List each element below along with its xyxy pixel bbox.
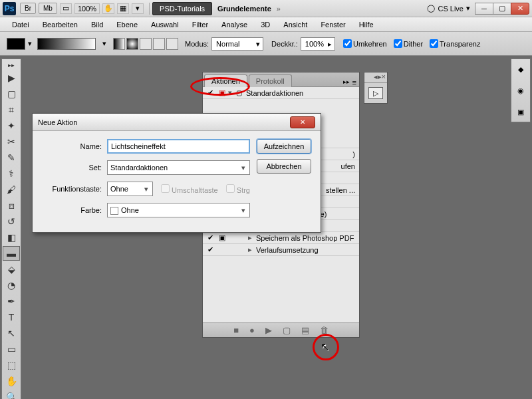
blur-tool[interactable]: ⬙ (3, 262, 20, 277)
trash-icon[interactable]: 🗑 (320, 325, 329, 335)
zoom-dropdown[interactable]: 100% (74, 3, 100, 14)
menu-ebene[interactable]: Ebene (110, 19, 144, 31)
color-label: Farbe: (42, 206, 107, 214)
linear-gradient-icon[interactable] (113, 38, 125, 50)
screen-mode-icon[interactable]: ▭ (60, 3, 72, 14)
close-button[interactable]: ✕ (511, 3, 529, 15)
action-folder-row[interactable]: ✔▣ ▾ ▢ Standardaktionen (203, 87, 359, 99)
panel-menu-icon[interactable]: ≡ (352, 78, 356, 86)
action-row[interactable]: ✔▸ Verlaufsumsetzung (203, 244, 359, 256)
menu-hilfe[interactable]: Hilfe (352, 19, 380, 31)
menu-filter[interactable]: Filter (186, 19, 215, 31)
deckkr-input[interactable]: 100%▸ (301, 37, 335, 51)
brush-tool[interactable]: 🖌 (3, 182, 20, 197)
diamond-gradient-icon[interactable] (166, 38, 178, 50)
minimize-button[interactable]: ─ (475, 3, 493, 15)
stop-icon[interactable]: ■ (233, 325, 239, 335)
hand-tool[interactable]: ✋ (3, 374, 20, 388)
chevron-right-icon[interactable]: » (277, 5, 281, 13)
minibridge-button[interactable]: Mb (39, 3, 57, 14)
fkey-select[interactable]: Ohne (107, 182, 153, 196)
ctrl-label: Strg (237, 186, 250, 194)
transparenz-checkbox[interactable] (430, 39, 438, 48)
dodge-tool[interactable]: ◔ (3, 278, 20, 293)
panel-collapse-icon[interactable]: ▸▸ (343, 78, 350, 86)
swatches-panel-icon[interactable]: ◉ (513, 83, 528, 98)
tab-aktionen[interactable]: Aktionen (204, 74, 247, 87)
main-menubar: Datei Bearbeiten Bild Ebene Auswahl Filt… (0, 17, 532, 32)
document-tab[interactable]: PSD-Tutorials (152, 2, 212, 15)
radial-gradient-icon[interactable] (126, 38, 138, 50)
angle-gradient-icon[interactable] (140, 38, 152, 50)
extras-icon[interactable]: ▾ (132, 3, 144, 14)
workspace-switcher[interactable]: Grundelemente (217, 5, 271, 13)
panel-collapse-icon[interactable]: ◂▸ (374, 72, 382, 82)
action-row[interactable]: ✔▣▸ Speichern als Photoshop PDF (203, 232, 359, 244)
menu-ansicht[interactable]: Ansicht (277, 19, 314, 31)
stamp-tool[interactable]: ⧈ (3, 198, 20, 213)
play-icon[interactable]: ▶ (265, 325, 272, 335)
cancel-button[interactable]: Abbrechen (257, 159, 311, 174)
gradient-preview[interactable] (37, 38, 96, 50)
tab-protokoll[interactable]: Protokoll (249, 74, 292, 87)
tool-preset-icon[interactable] (7, 38, 25, 50)
play-button[interactable]: ▷ (368, 87, 383, 99)
set-label: Set: (42, 164, 107, 172)
umkehren-checkbox[interactable] (343, 39, 352, 48)
menu-analyse[interactable]: Analyse (215, 19, 254, 31)
gradient-tool[interactable]: ▬ (3, 246, 20, 261)
collapse-icon[interactable]: ▸▸ (3, 61, 20, 69)
set-select[interactable]: Standardaktionen (107, 160, 250, 175)
dither-label: Dither (404, 40, 423, 48)
hand-icon[interactable]: ✋ (102, 3, 114, 14)
annotation-circle-icon (313, 334, 339, 360)
modus-select[interactable]: Normal▾ (211, 37, 263, 51)
dither-checkbox[interactable] (394, 39, 402, 48)
path-select-tool[interactable]: ↖ (3, 326, 20, 340)
window-titlebar: Ps Br Mb ▭ 100% ✋ ▦ ▾ PSD-Tutorials Grun… (0, 0, 532, 17)
lasso-tool[interactable]: ⌗ (3, 102, 20, 117)
3d-tool[interactable]: ⬚ (3, 358, 20, 372)
new-action-dialog: Neue Aktion ✕ Name: Set: Standardaktione… (32, 113, 321, 233)
wand-tool[interactable]: ✦ (3, 118, 20, 133)
adjustments-panel-icon[interactable]: ▣ (513, 104, 528, 119)
maximize-button[interactable]: ▢ (493, 3, 511, 15)
history-brush-tool[interactable]: ↺ (3, 214, 20, 229)
new-action-icon[interactable]: ▤ (301, 325, 309, 335)
type-tool[interactable]: T (3, 310, 20, 325)
cslive-icon[interactable]: ◯ (427, 4, 435, 13)
menu-3d[interactable]: 3D (254, 19, 277, 31)
menu-fenster[interactable]: Fenster (314, 19, 352, 31)
cursor-icon: ↖ (321, 340, 329, 353)
shape-tool[interactable]: ▭ (3, 342, 20, 356)
dialog-close-button[interactable]: ✕ (290, 116, 315, 128)
panel-close-icon[interactable]: × (382, 72, 386, 82)
zoom-tool[interactable]: 🔍 (3, 390, 20, 399)
color-select[interactable]: Ohne (107, 203, 250, 217)
name-input[interactable] (107, 139, 250, 154)
eyedropper-tool[interactable]: ✎ (3, 150, 20, 165)
move-tool[interactable]: ▶ (3, 70, 20, 85)
menu-bild[interactable]: Bild (84, 19, 110, 31)
menu-bearbeiten[interactable]: Bearbeiten (36, 19, 84, 31)
photoshop-logo-icon: Ps (3, 2, 16, 15)
new-folder-icon[interactable]: ▢ (283, 325, 291, 335)
fkey-label: Funktionstaste: (42, 185, 107, 193)
menu-auswahl[interactable]: Auswahl (144, 19, 186, 31)
reflected-gradient-icon[interactable] (153, 38, 165, 50)
healing-tool[interactable]: ⚕ (3, 166, 20, 181)
arrange-icon[interactable]: ▦ (117, 3, 129, 14)
pen-tool[interactable]: ✒ (3, 294, 20, 309)
marquee-tool[interactable]: ▢ (3, 86, 20, 101)
record-icon[interactable]: ● (249, 325, 255, 335)
color-panel-icon[interactable]: ◆ (513, 62, 528, 76)
menu-datei[interactable]: Datei (5, 19, 36, 31)
chevron-down-icon[interactable]: ▾ (466, 4, 470, 13)
cslive-button[interactable]: CS Live (438, 5, 464, 13)
dialog-titlebar[interactable]: Neue Aktion ✕ (33, 114, 321, 131)
crop-tool[interactable]: ✂ (3, 134, 20, 149)
eraser-tool[interactable]: ◧ (3, 230, 20, 245)
name-label: Name: (42, 142, 107, 150)
record-button[interactable]: Aufzeichnen (257, 139, 311, 154)
bridge-button[interactable]: Br (20, 3, 36, 14)
